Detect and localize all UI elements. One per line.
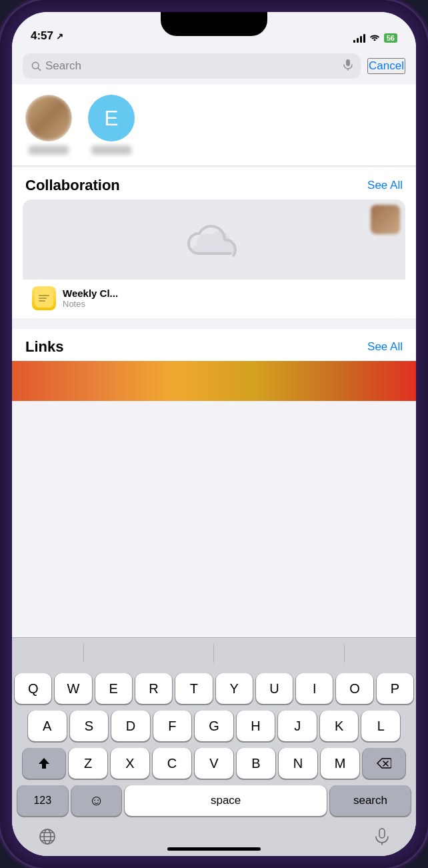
contacts-row: E bbox=[12, 84, 416, 166]
collab-text: Weekly Cl... Notes bbox=[63, 288, 118, 309]
collaboration-section: Collaboration See All bbox=[12, 167, 416, 318]
shift-key[interactable] bbox=[23, 748, 65, 779]
key-m[interactable]: M bbox=[321, 748, 359, 779]
key-u[interactable]: U bbox=[256, 673, 293, 704]
key-s[interactable]: S bbox=[70, 711, 109, 741]
key-d[interactable]: D bbox=[111, 711, 150, 741]
key-h[interactable]: H bbox=[237, 711, 275, 741]
contact-avatar-photo bbox=[25, 95, 72, 141]
keyboard-row-1: Q W E R T Y U I O P bbox=[15, 673, 413, 704]
key-q[interactable]: Q bbox=[15, 673, 51, 704]
keyboard-row-2: A S D F G H J K L bbox=[15, 711, 413, 741]
key-i[interactable]: I bbox=[296, 673, 333, 704]
suggestion-divider-right bbox=[344, 644, 345, 663]
key-c[interactable]: C bbox=[153, 748, 191, 779]
home-indicator bbox=[167, 847, 261, 851]
key-y[interactable]: Y bbox=[216, 673, 253, 704]
key-e[interactable]: E bbox=[95, 673, 132, 704]
links-title: Links bbox=[25, 338, 63, 356]
key-j[interactable]: J bbox=[278, 711, 317, 741]
microphone-icon[interactable] bbox=[343, 59, 353, 73]
cloud-icon bbox=[184, 218, 244, 262]
status-icons: 56 bbox=[353, 33, 397, 43]
globe-icon[interactable] bbox=[39, 828, 56, 849]
key-o[interactable]: O bbox=[336, 673, 373, 704]
key-l[interactable]: L bbox=[361, 711, 400, 741]
key-b[interactable]: B bbox=[237, 748, 275, 779]
contact-item[interactable]: E bbox=[88, 95, 135, 155]
key-z[interactable]: Z bbox=[69, 748, 107, 779]
suggestion-divider-left2 bbox=[213, 644, 214, 663]
links-preview bbox=[12, 361, 416, 401]
key-a[interactable]: A bbox=[28, 711, 67, 741]
key-p[interactable]: P bbox=[377, 673, 413, 704]
key-t[interactable]: T bbox=[175, 673, 212, 704]
search-icon bbox=[31, 61, 41, 71]
keyboard-bottom-row: 123 ☺ space search bbox=[15, 785, 413, 819]
cancel-button[interactable]: Cancel bbox=[367, 58, 405, 74]
key-n[interactable]: N bbox=[279, 748, 317, 779]
keyboard: Q W E R T Y U I O P A S D F G bbox=[12, 637, 416, 856]
svg-line-1 bbox=[38, 68, 41, 71]
search-key[interactable]: search bbox=[330, 785, 411, 816]
search-bar[interactable]: Search Cancel bbox=[12, 48, 416, 84]
microphone-keyboard-icon[interactable] bbox=[375, 828, 389, 849]
contact-item[interactable] bbox=[25, 95, 72, 155]
location-arrow-icon: ↗ bbox=[56, 31, 63, 41]
status-time: 4:57 ↗ bbox=[31, 29, 63, 43]
contact-name bbox=[91, 145, 131, 155]
contact-name bbox=[29, 145, 69, 155]
links-section: Links See All bbox=[12, 329, 416, 401]
key-f[interactable]: F bbox=[153, 711, 192, 741]
collab-thumbnail bbox=[371, 205, 400, 234]
collaboration-card[interactable]: Weekly Cl... Notes bbox=[23, 199, 405, 318]
svg-rect-7 bbox=[39, 300, 45, 302]
key-g[interactable]: G bbox=[195, 711, 233, 741]
delete-key[interactable] bbox=[363, 748, 405, 779]
notes-app-icon bbox=[32, 286, 56, 310]
collaboration-title: Collaboration bbox=[25, 177, 120, 194]
notch bbox=[161, 12, 267, 36]
phone-screen: 4:57 ↗ 56 bbox=[12, 12, 416, 856]
emoji-key[interactable]: ☺ bbox=[71, 785, 122, 816]
battery-indicator: 56 bbox=[384, 33, 397, 43]
svg-rect-2 bbox=[346, 59, 350, 66]
collab-preview bbox=[23, 199, 405, 280]
keyboard-suggestions bbox=[12, 637, 416, 668]
phone-frame: 4:57 ↗ 56 bbox=[0, 0, 428, 868]
search-input-wrapper[interactable]: Search bbox=[23, 53, 361, 79]
keyboard-rows: Q W E R T Y U I O P A S D F G bbox=[12, 668, 416, 821]
keyboard-nav bbox=[12, 821, 416, 856]
space-key[interactable]: space bbox=[125, 785, 327, 816]
key-k[interactable]: K bbox=[320, 711, 359, 741]
svg-rect-15 bbox=[379, 829, 385, 838]
contact-avatar-initial: E bbox=[88, 95, 135, 141]
search-input[interactable]: Search bbox=[45, 59, 339, 73]
collaboration-header: Collaboration See All bbox=[12, 167, 416, 199]
collab-app: Notes bbox=[63, 299, 118, 309]
links-see-all[interactable]: See All bbox=[367, 340, 403, 354]
collaboration-see-all[interactable]: See All bbox=[367, 179, 403, 192]
numbers-key[interactable]: 123 bbox=[17, 785, 68, 816]
keyboard-row-3: Z X C V B N M bbox=[15, 748, 413, 779]
links-header: Links See All bbox=[12, 329, 416, 361]
key-v[interactable]: V bbox=[195, 748, 233, 779]
key-w[interactable]: W bbox=[55, 673, 91, 704]
wifi-icon bbox=[369, 33, 380, 43]
key-x[interactable]: X bbox=[111, 748, 149, 779]
key-r[interactable]: R bbox=[135, 673, 172, 704]
cloud-icon-area bbox=[23, 199, 405, 280]
signal-icon bbox=[353, 33, 365, 43]
suggestion-divider-left bbox=[83, 644, 84, 663]
svg-rect-5 bbox=[39, 295, 49, 296]
collab-info: Weekly Cl... Notes bbox=[23, 280, 405, 318]
svg-rect-6 bbox=[39, 298, 47, 299]
collab-name: Weekly Cl... bbox=[63, 288, 118, 299]
